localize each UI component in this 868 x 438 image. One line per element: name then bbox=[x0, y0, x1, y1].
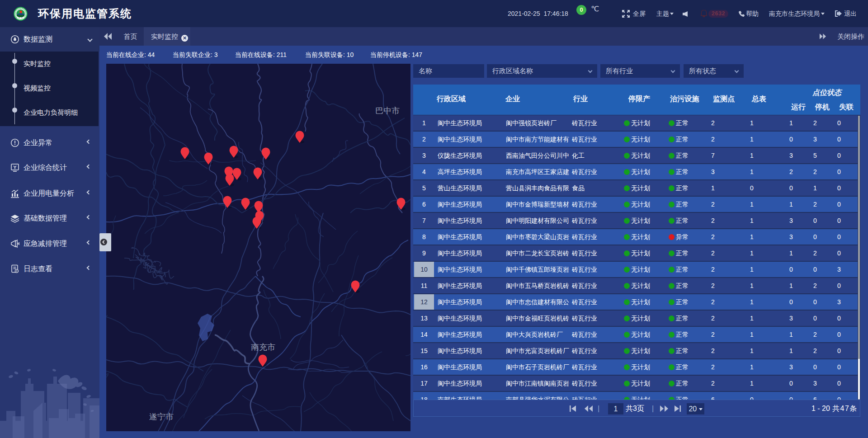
svg-text:南充市: 南充市 bbox=[251, 343, 275, 352]
svg-text:遂宁市: 遂宁市 bbox=[149, 412, 174, 421]
svg-text:巴中市: 巴中市 bbox=[375, 106, 400, 115]
